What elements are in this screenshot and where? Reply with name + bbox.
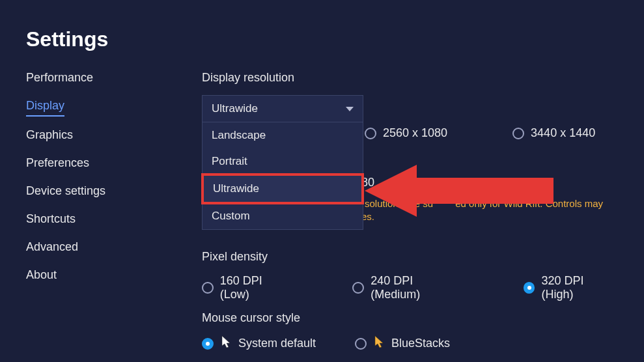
dpi-radio-label: 240 DPI (Medium) [371, 274, 464, 301]
sidebar-item-graphics[interactable]: Graphics [26, 128, 202, 145]
resolution-choices-row: 2560 x 1080 3440 x 1440 [365, 126, 595, 140]
pixel-density-label: Pixel density [202, 250, 618, 264]
cursor-gold-icon [374, 335, 384, 352]
cursor-radio-bluestacks[interactable]: BlueStacks [355, 335, 450, 352]
cursor-radio-system[interactable]: System default [202, 335, 316, 352]
resolution-dropdown[interactable]: Ultrawide Landscape Portrait Ultrawide C… [202, 95, 363, 122]
resolution-dropdown-list: Landscape Portrait Ultrawide Custom [202, 122, 363, 230]
sidebar-item-shortcuts[interactable]: Shortcuts [26, 212, 202, 229]
resolution-dropdown-selected[interactable]: Ultrawide [202, 95, 363, 122]
annotation-arrow-icon [365, 161, 560, 220]
svg-marker-1 [222, 336, 230, 348]
radio-icon [352, 282, 364, 294]
resolution-radio-3440[interactable]: 3440 x 1440 [512, 126, 595, 140]
dpi-radio-320[interactable]: 320 DPI (High) [524, 274, 618, 301]
cursor-style-label: Mouse cursor style [202, 311, 450, 325]
sidebar-item-advanced[interactable]: Advanced [26, 240, 202, 257]
dpi-radio-label: 160 DPI (Low) [220, 274, 294, 301]
svg-marker-2 [375, 336, 383, 348]
sidebar-item-about[interactable]: About [26, 268, 202, 285]
sidebar-item-performance[interactable]: Performance [26, 71, 202, 87]
resolution-option-ultrawide[interactable]: Ultrawide [201, 173, 364, 204]
radio-icon-selected [524, 282, 535, 294]
resolution-radio-label: 3440 x 1440 [531, 126, 595, 140]
dpi-radio-240[interactable]: 240 DPI (Medium) [352, 274, 464, 301]
settings-sidebar: Performance Display Graphics Preferences… [26, 71, 202, 285]
pixel-density-section: Pixel density 160 DPI (Low) 240 DPI (Med… [202, 250, 618, 301]
sidebar-item-device-settings[interactable]: Device settings [26, 184, 202, 201]
page-title: Settings [26, 27, 644, 51]
resolution-option-portrait[interactable]: Portrait [203, 148, 363, 174]
cursor-style-section: Mouse cursor style System default BlueSt… [202, 311, 450, 352]
svg-marker-0 [365, 165, 553, 217]
cursor-radio-label: System default [238, 337, 316, 350]
radio-icon [512, 128, 524, 139]
sidebar-item-display[interactable]: Display [26, 99, 64, 117]
radio-icon [365, 128, 376, 139]
radio-icon [202, 282, 214, 294]
radio-icon [355, 338, 367, 350]
chevron-down-icon [346, 107, 354, 111]
dpi-radio-160[interactable]: 160 DPI (Low) [202, 274, 294, 301]
resolution-radio-label: 2560 x 1080 [383, 126, 447, 140]
resolution-dropdown-value: Ultrawide [212, 102, 258, 115]
cursor-radio-label: BlueStacks [391, 337, 450, 350]
resolution-option-landscape[interactable]: Landscape [203, 122, 363, 148]
radio-icon-selected [202, 338, 214, 350]
resolution-option-custom[interactable]: Custom [203, 203, 363, 229]
dpi-radio-label: 320 DPI (High) [541, 274, 618, 301]
resolution-radio-2560[interactable]: 2560 x 1080 [365, 126, 447, 140]
cursor-white-icon [221, 335, 231, 352]
sidebar-item-preferences[interactable]: Preferences [26, 156, 202, 173]
display-resolution-label: Display resolution [202, 71, 618, 85]
